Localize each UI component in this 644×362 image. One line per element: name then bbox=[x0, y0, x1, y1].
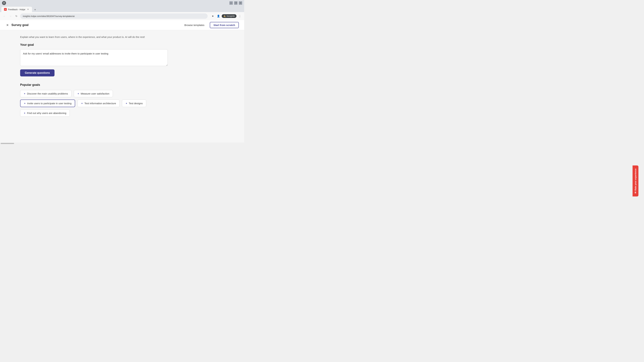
active-tab[interactable]: H Feedback - Hotjar ✕ bbox=[1, 7, 32, 12]
goal-chip-ia[interactable]: ✦ Test information architecture bbox=[78, 99, 120, 107]
main-content: Explain what you want to learn from user… bbox=[0, 30, 244, 122]
header-left: ✕ Survey goal bbox=[5, 23, 28, 27]
goal-chip-ia-label: Test information architecture bbox=[84, 102, 116, 105]
goal-chip-invite-label: Invite users to participate in user test… bbox=[27, 102, 72, 105]
close-button[interactable]: ✕ bbox=[239, 1, 242, 5]
header-actions: Browse templates Start from scratch bbox=[181, 22, 239, 28]
incognito-badge[interactable]: 🕵 Incognito bbox=[222, 14, 236, 18]
spark-icon-usability: ✦ bbox=[24, 92, 26, 95]
browse-templates-button[interactable]: Browse templates bbox=[181, 22, 208, 28]
url-input[interactable] bbox=[23, 15, 205, 17]
menu-button[interactable]: ⋮ bbox=[238, 14, 242, 18]
intro-text: Explain what you want to learn from user… bbox=[20, 35, 224, 38]
browser-actions: ★ 👤 🕵 Incognito ⋮ bbox=[210, 14, 242, 18]
app-container: ✕ Survey goal Browse templates Start fro… bbox=[0, 20, 244, 142]
goal-chip-abandoning[interactable]: ✦ Find out why users are abandoning bbox=[20, 109, 70, 117]
incognito-label: Incognito bbox=[226, 15, 235, 17]
incognito-icon: 🕵 bbox=[224, 15, 226, 17]
popular-goals-section: Popular goals ✦ Discover the main usabil… bbox=[20, 83, 224, 117]
goal-chip-usability[interactable]: ✦ Discover the main usability problems bbox=[20, 90, 72, 97]
goal-chip-designs-label: Test designs bbox=[129, 102, 143, 105]
tab-bar: H Feedback - Hotjar ✕ + bbox=[0, 6, 244, 12]
scrollbar-area[interactable] bbox=[0, 142, 244, 144]
profile-icon[interactable]: ▼ bbox=[2, 1, 6, 5]
window-controls: — ❐ ✕ bbox=[230, 1, 242, 5]
goal-chip-abandoning-label: Find out why users are abandoning bbox=[27, 112, 66, 114]
spark-icon-designs: ✦ bbox=[126, 102, 128, 105]
scrollbar-thumb[interactable] bbox=[1, 143, 14, 144]
start-from-scratch-button[interactable]: Start from scratch bbox=[210, 22, 239, 28]
address-bar-row: ← → ↻ ★ 👤 🕵 Incognito ⋮ bbox=[0, 12, 244, 20]
bookmark-button[interactable]: ★ bbox=[210, 14, 215, 18]
back-button[interactable]: ← bbox=[2, 14, 7, 18]
popular-goals-label: Popular goals bbox=[20, 83, 224, 87]
new-tab-button[interactable]: + bbox=[33, 7, 38, 12]
tab-label: Feedback - Hotjar bbox=[8, 8, 25, 11]
spark-icon-invite: ✦ bbox=[24, 102, 26, 105]
app-header: ✕ Survey goal Browse templates Start fro… bbox=[0, 20, 244, 30]
generate-questions-button[interactable]: Generate questions bbox=[20, 69, 54, 76]
title-bar: ▼ — ❐ ✕ bbox=[0, 0, 244, 6]
goal-chip-usability-label: Discover the main usability problems bbox=[27, 92, 68, 95]
forward-button[interactable]: → bbox=[8, 14, 13, 18]
goals-grid: ✦ Discover the main usability problems ✦… bbox=[20, 90, 168, 117]
goal-section: Your goal Ask for my users' email addres… bbox=[20, 43, 224, 76]
restore-button[interactable]: ❐ bbox=[234, 1, 238, 5]
goal-chip-satisfaction-label: Measure user satisfaction bbox=[81, 92, 109, 95]
browser-chrome: ▼ — ❐ ✕ H Feedback - Hotjar ✕ + ← → ↻ ★ … bbox=[0, 0, 244, 20]
page-title: Survey goal bbox=[12, 23, 28, 27]
spark-icon-ia: ✦ bbox=[81, 102, 83, 105]
reload-button[interactable]: ↻ bbox=[14, 14, 19, 18]
your-goal-label: Your goal bbox=[20, 43, 224, 46]
spark-icon-abandoning: ✦ bbox=[24, 112, 26, 114]
tab-close-button[interactable]: ✕ bbox=[27, 8, 29, 11]
goal-textarea[interactable]: Ask for my users' email addresses to inv… bbox=[20, 49, 168, 66]
address-bar[interactable] bbox=[20, 13, 208, 19]
spark-icon-satisfaction: ✦ bbox=[77, 92, 79, 95]
close-icon[interactable]: ✕ bbox=[5, 23, 10, 27]
tab-favicon: H bbox=[4, 8, 7, 11]
goal-chip-satisfaction[interactable]: ✦ Measure user satisfaction bbox=[74, 90, 113, 97]
profile-button[interactable]: 👤 bbox=[216, 14, 221, 18]
goal-chip-invite[interactable]: ✦ Invite users to participate in user te… bbox=[20, 99, 75, 107]
goal-chip-designs[interactable]: ✦ Test designs bbox=[122, 99, 146, 107]
minimize-button[interactable]: — bbox=[230, 1, 233, 5]
